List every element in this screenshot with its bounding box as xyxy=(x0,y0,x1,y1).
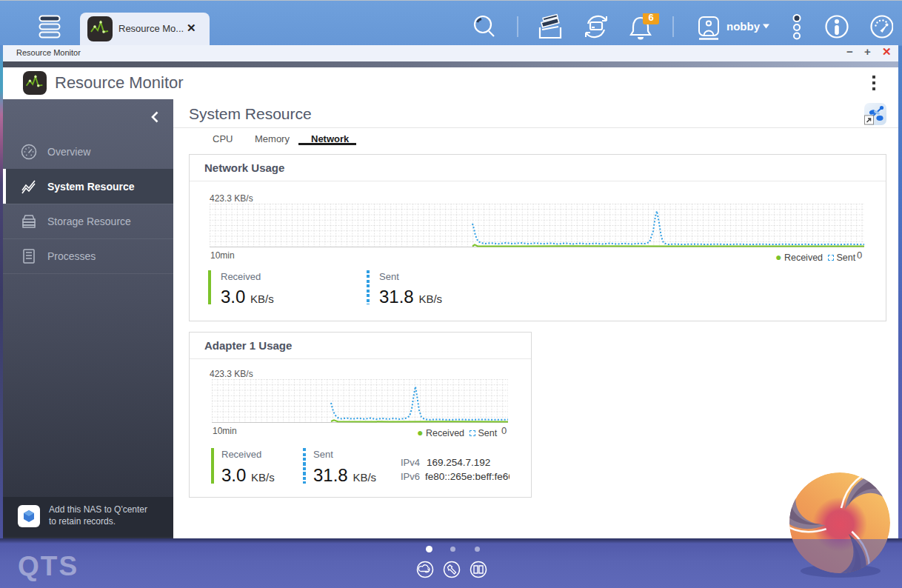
svg-text:nobby: nobby xyxy=(726,20,761,33)
svg-text:6: 6 xyxy=(648,13,653,23)
